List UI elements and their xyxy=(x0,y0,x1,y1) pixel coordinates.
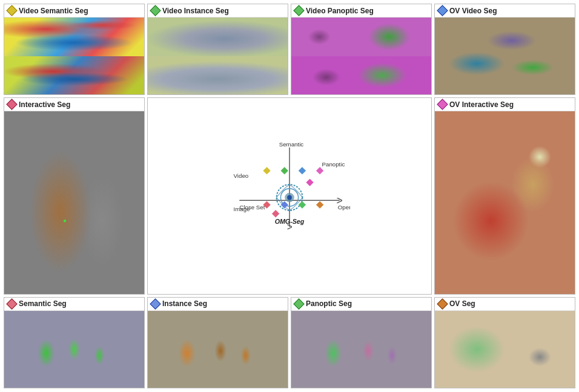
ov-interactive-label: OV Interactive Seg xyxy=(449,100,514,109)
svg-text:Image: Image xyxy=(234,206,250,212)
ov-video-label: OV Video Seg xyxy=(449,7,497,15)
svg-text:Video: Video xyxy=(234,172,249,179)
interactive-image xyxy=(4,111,144,293)
ov-interactive-photo xyxy=(435,111,575,293)
ov-interactive-cell: OV Interactive Seg xyxy=(434,97,575,294)
panoptic-image xyxy=(291,311,431,388)
panoptic-icon xyxy=(293,298,304,309)
svg-rect-20 xyxy=(272,210,279,217)
instance-label: Instance Seg xyxy=(162,299,207,308)
panoptic-top-image xyxy=(291,18,431,56)
video-instance-icon xyxy=(150,5,160,16)
instance-cell: Instance Seg xyxy=(147,297,288,388)
video-semantic-image xyxy=(4,18,144,94)
video-panoptic-cell: Video Panoptic Seg xyxy=(291,4,432,95)
panoptic-header: Panoptic Seg xyxy=(291,298,431,311)
rafting-top-image xyxy=(4,18,144,56)
video-panoptic-image xyxy=(291,18,431,94)
video-semantic-icon xyxy=(6,5,17,16)
ov-seg-label: OV Seg xyxy=(449,299,475,308)
svg-text:Open Set: Open Set xyxy=(338,204,350,211)
video-instance-label: Video Instance Seg xyxy=(162,7,229,15)
video-panoptic-label: Video Panoptic Seg xyxy=(306,7,374,15)
svg-rect-12 xyxy=(263,167,270,174)
ov-seg-icon xyxy=(437,298,448,309)
video-panoptic-header: Video Panoptic Seg xyxy=(291,4,431,18)
svg-rect-13 xyxy=(281,167,288,174)
video-panoptic-icon xyxy=(293,5,304,16)
ov-interactive-image xyxy=(435,111,575,293)
semantic-icon xyxy=(6,298,17,309)
interactive-icon xyxy=(6,99,17,110)
ov-interactive-header: OV Interactive Seg xyxy=(435,98,575,111)
video-semantic-label: Video Semantic Seg xyxy=(19,7,88,15)
ov-video-header: OV Video Seg xyxy=(435,4,575,18)
svg-text:Semantic: Semantic xyxy=(279,142,304,148)
video-semantic-header: Video Semantic Seg xyxy=(4,4,144,18)
panoptic-bottom-image xyxy=(291,56,431,95)
ov-seg-cell: OV Seg xyxy=(434,297,575,388)
svg-rect-18 xyxy=(299,201,306,208)
video-instance-cell: Video Instance Seg xyxy=(147,4,288,95)
panoptic-cell: Panoptic Seg xyxy=(291,297,432,388)
svg-rect-14 xyxy=(299,167,306,174)
semantic-cell: Semantic Seg xyxy=(4,297,145,388)
instance-header: Instance Seg xyxy=(148,298,288,311)
zebra-bottom-image xyxy=(148,56,288,95)
main-grid: Video Semantic Seg Video Instance Seg Vi… xyxy=(0,0,579,392)
semantic-header: Semantic Seg xyxy=(4,298,144,311)
semantic-photo xyxy=(4,311,144,388)
svg-rect-21 xyxy=(306,178,313,186)
ov-video-icon xyxy=(437,5,448,16)
instance-photo xyxy=(148,311,288,388)
ov-interactive-icon xyxy=(437,99,448,110)
svg-rect-15 xyxy=(316,167,323,174)
diagram-svg: Semantic Open Set Close Set Video Image … xyxy=(229,142,350,250)
ov-video-image xyxy=(435,18,575,94)
instance-image xyxy=(148,311,288,388)
svg-rect-19 xyxy=(316,201,323,208)
ov-video-cell: OV Video Seg xyxy=(434,4,575,95)
interactive-header: Interactive Seg xyxy=(4,98,144,111)
ov-seg-photo xyxy=(435,311,575,388)
semantic-label: Semantic Seg xyxy=(19,299,67,308)
center-diagram-cell: Semantic Open Set Close Set Video Image … xyxy=(147,97,432,294)
ov-seg-image xyxy=(435,311,575,388)
rafting-bottom-image xyxy=(4,56,144,95)
panoptic-label: Panoptic Seg xyxy=(306,299,352,308)
svg-point-11 xyxy=(287,195,292,200)
video-semantic-cell: Video Semantic Seg xyxy=(4,4,145,95)
panoptic-photo xyxy=(291,311,431,388)
interactive-cell: Interactive Seg xyxy=(4,97,145,294)
instance-icon xyxy=(150,298,160,309)
video-instance-image xyxy=(148,18,288,94)
video-instance-header: Video Instance Seg xyxy=(148,4,288,18)
svg-text:Panoptic: Panoptic xyxy=(322,161,345,168)
semantic-image xyxy=(4,311,144,388)
interactive-photo xyxy=(4,111,144,293)
diagram-canvas: Semantic Open Set Close Set Video Image … xyxy=(229,142,350,250)
svg-text:OMG-Seg: OMG-Seg xyxy=(275,218,305,225)
interactive-label: Interactive Seg xyxy=(19,100,70,109)
zebra-top-image xyxy=(148,18,288,56)
ov-seg-header: OV Seg xyxy=(435,298,575,311)
ov-video-photo xyxy=(435,18,575,94)
